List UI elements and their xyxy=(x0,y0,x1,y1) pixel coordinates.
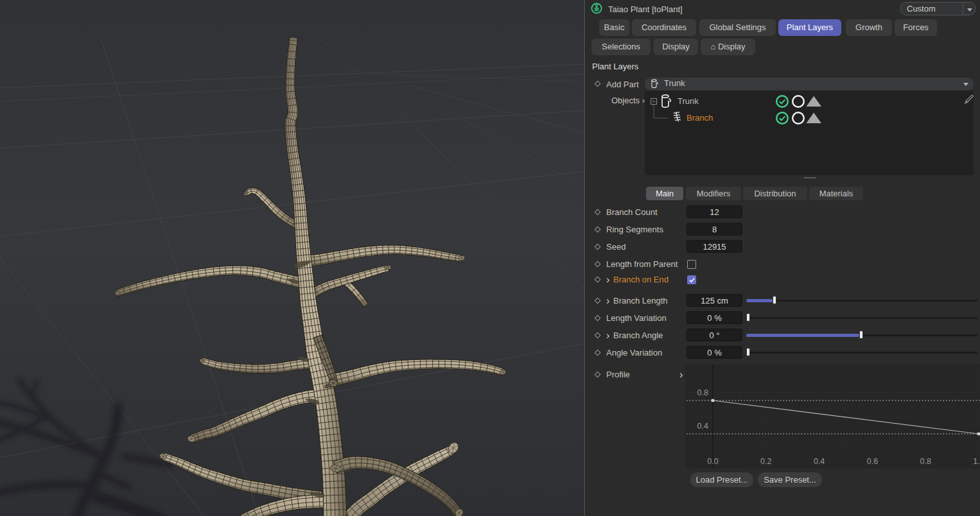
svg-text:0.2: 0.2 xyxy=(760,457,771,466)
svg-text:0.0: 0.0 xyxy=(707,457,718,466)
svg-text:0.8: 0.8 xyxy=(920,457,931,466)
svg-text:0.4: 0.4 xyxy=(697,422,708,431)
svg-text:0.4: 0.4 xyxy=(814,457,825,466)
svg-text:0.6: 0.6 xyxy=(867,457,878,466)
svg-text:1.0: 1.0 xyxy=(973,457,980,466)
svg-text:0.8: 0.8 xyxy=(697,388,708,397)
